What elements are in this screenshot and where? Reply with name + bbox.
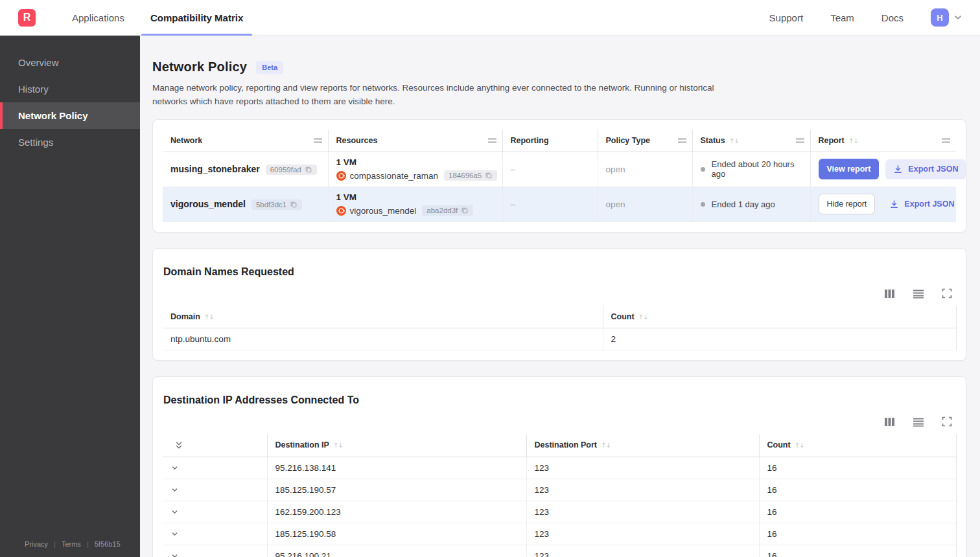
user-avatar[interactable]: H	[931, 8, 949, 27]
expand-icon[interactable]	[942, 416, 952, 427]
destinations-card: Destination IP Addresses Connected To De…	[152, 376, 966, 557]
columns-icon[interactable]	[884, 416, 895, 427]
resource-summary: 1 VM	[336, 157, 495, 167]
link-support[interactable]: Support	[769, 12, 804, 23]
link-docs[interactable]: Docs	[881, 12, 904, 23]
status-dot-icon	[701, 202, 705, 207]
destination-ip-value: 95.216.138.141	[267, 457, 526, 479]
col-header-count: Count↑↓	[759, 434, 956, 457]
sidebar-item-history[interactable]: History	[0, 76, 140, 102]
sidebar-item-network-policy[interactable]: Network Policy	[0, 102, 140, 129]
resource-summary: 1 VM	[336, 192, 495, 202]
top-nav-right: Support Team Docs H	[769, 8, 963, 27]
export-json-button[interactable]: Export JSON	[885, 159, 966, 179]
density-icon[interactable]	[913, 416, 924, 427]
destination-port-value: 123	[526, 523, 759, 545]
destination-ip-value: 185.125.190.57	[267, 479, 526, 501]
link-team[interactable]: Team	[830, 12, 854, 23]
privacy-link[interactable]: Privacy	[25, 540, 48, 548]
sort-icon[interactable]: ↑↓	[795, 442, 804, 449]
policy-type-value: open	[598, 187, 692, 222]
chevrons-down-icon[interactable]	[174, 440, 183, 450]
table-toolbar	[163, 416, 952, 427]
download-icon	[889, 199, 899, 209]
page-title: Network Policy	[152, 60, 247, 74]
sort-icon[interactable]: ↑↓	[204, 313, 214, 321]
copy-icon[interactable]	[485, 172, 493, 179]
sidebar-item-settings[interactable]: Settings	[0, 129, 140, 155]
column-resize-handle[interactable]	[942, 138, 950, 142]
network-row: musing_stonebraker60959fad 1 VM compassi…	[163, 152, 956, 187]
domains-card-title: Domain Names Requested	[163, 266, 956, 278]
row-expand-chevron-icon[interactable]	[170, 508, 179, 516]
col-header-report: Report↑↓	[810, 130, 956, 152]
destination-port-value: 123	[526, 479, 759, 501]
hide-report-button[interactable]: Hide report	[819, 194, 876, 214]
view-report-button[interactable]: View report	[819, 159, 880, 179]
sort-icon[interactable]: ↑↓	[848, 137, 858, 144]
networks-table: Network Resources Reporting Policy Type …	[163, 130, 956, 222]
status-text: Ended about 20 hours ago	[712, 159, 802, 179]
copy-icon[interactable]	[461, 207, 469, 214]
column-resize-handle[interactable]	[314, 138, 322, 142]
domain-value: ntp.ubuntu.com	[163, 328, 603, 350]
page-description: Manage network policy, reporting and vie…	[152, 82, 723, 109]
build-hash: 5f56b15	[95, 540, 121, 548]
network-name: vigorous_mendel	[170, 199, 246, 209]
column-resize-handle[interactable]	[488, 138, 496, 142]
count-value: 16	[759, 479, 956, 501]
sort-icon[interactable]: ↑↓	[601, 442, 611, 449]
export-json-button[interactable]: Export JSON	[881, 194, 962, 214]
resource-name: vigorous_mendel	[350, 206, 417, 216]
destination-ip-value: 95.216.100.21	[267, 545, 526, 557]
vm-os-icon	[336, 171, 346, 181]
sort-icon[interactable]: ↑↓	[729, 137, 739, 144]
sidebar-item-overview[interactable]: Overview	[0, 49, 140, 76]
column-resize-handle[interactable]	[796, 138, 804, 142]
network-id-badge: 60959fad	[266, 165, 317, 175]
resource-id-badge: aba2dd3f	[422, 205, 473, 216]
vm-os-icon	[336, 206, 346, 216]
resource-name: compassionate_raman	[350, 171, 439, 181]
row-expand-chevron-icon[interactable]	[170, 530, 179, 538]
row-expand-chevron-icon[interactable]	[170, 552, 179, 557]
app-logo[interactable]: R	[18, 9, 36, 27]
destination-port-value: 123	[526, 457, 759, 479]
destination-row: 95.216.138.141 123 16	[163, 457, 956, 479]
row-expand-chevron-icon[interactable]	[170, 464, 179, 472]
count-value: 16	[759, 545, 956, 557]
col-header-network: Network	[163, 130, 328, 152]
tab-compatibility-matrix[interactable]: Compatibility Matrix	[141, 0, 252, 36]
row-expand-chevron-icon[interactable]	[170, 486, 179, 494]
download-icon	[893, 165, 903, 174]
count-value: 2	[603, 328, 956, 350]
expand-icon[interactable]	[942, 288, 952, 299]
copy-icon[interactable]	[305, 166, 312, 174]
col-header-expand-all	[163, 434, 267, 457]
footer-divider: |	[87, 540, 89, 548]
col-header-destination-ip: Destination IP↑↓	[267, 434, 526, 457]
status-dot-icon	[701, 167, 705, 172]
copy-icon[interactable]	[290, 201, 298, 209]
columns-icon[interactable]	[884, 288, 895, 299]
top-nav: R Applications Compatibility Matrix Supp…	[0, 0, 980, 36]
main-content: Network Policy Beta Manage network polic…	[140, 36, 980, 557]
sort-icon[interactable]: ↑↓	[333, 442, 343, 449]
network-name: musing_stonebraker	[170, 164, 260, 174]
networks-card: Network Resources Reporting Policy Type …	[152, 119, 966, 233]
terms-link[interactable]: Terms	[62, 540, 81, 548]
count-value: 16	[759, 457, 956, 479]
tab-applications[interactable]: Applications	[63, 0, 134, 36]
beta-badge: Beta	[256, 61, 283, 74]
domains-table: Domain↑↓ Count↑↓ ntp.ubuntu.com 2	[163, 306, 957, 350]
col-header-status: Status↑↓	[692, 130, 810, 152]
sidebar-footer: Privacy | Terms | 5f56b15	[0, 540, 140, 557]
column-resize-handle[interactable]	[678, 138, 686, 142]
col-header-policy-type: Policy Type	[598, 130, 692, 152]
table-toolbar	[163, 288, 952, 299]
user-menu-chevron-down-icon[interactable]	[953, 12, 963, 23]
density-icon[interactable]	[913, 288, 924, 299]
sort-icon[interactable]: ↑↓	[638, 313, 648, 321]
count-value: 16	[759, 523, 956, 545]
network-row: vigorous_mendel5bdf3dc1 1 VM vigorous_me…	[163, 187, 956, 222]
